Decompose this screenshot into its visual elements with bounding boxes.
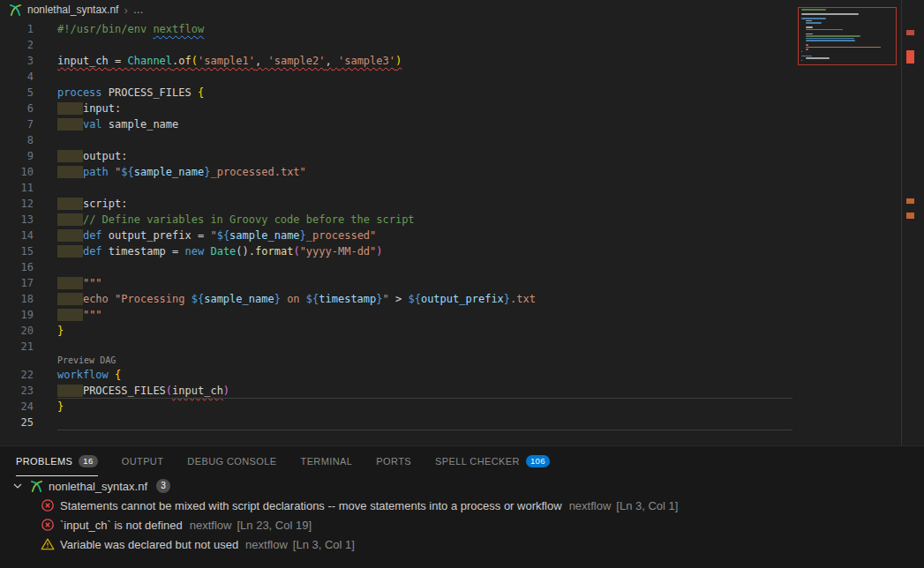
tab-problems[interactable]: PROBLEMS16: [16, 446, 98, 476]
line-number: 10: [0, 164, 34, 180]
minimap-line: [806, 34, 813, 35]
codelens-preview-dag[interactable]: Preview DAG: [57, 355, 924, 367]
line-number: 4: [0, 69, 34, 85]
minimap-line: [806, 35, 860, 37]
tab-label: SPELL CHECKER: [435, 456, 520, 467]
overview-ruler-mark: [906, 50, 914, 64]
line-number: 2: [0, 37, 34, 53]
line-number: 14: [0, 228, 34, 243]
tab-label: DEBUG CONSOLE: [187, 456, 276, 467]
code-line[interactable]: 16: [0, 259, 924, 275]
line-number: 24: [0, 399, 34, 415]
tab-terminal[interactable]: TERMINAL: [301, 446, 353, 476]
line-number: 25: [0, 415, 34, 430]
problems-file-row[interactable]: nonlethal_syntax.nf 3: [0, 476, 924, 496]
tab-label: TERMINAL: [301, 456, 353, 467]
line-number: 15: [0, 243, 34, 259]
overview-ruler-mark: [906, 198, 914, 204]
breadcrumb[interactable]: nonlethal_syntax.nf › …: [0, 0, 924, 19]
line-number: 9: [0, 148, 34, 164]
tab-badge: 106: [526, 455, 550, 467]
problems-count-badge: 3: [156, 479, 170, 493]
line-number: 6: [0, 101, 34, 116]
editor[interactable]: 1#!/usr/bin/env nextflow23input_ch = Cha…: [0, 19, 924, 445]
line-number: 11: [0, 180, 34, 196]
line-number: 7: [0, 116, 34, 132]
line-number: 23: [0, 383, 34, 399]
code-line[interactable]: 17 """: [0, 275, 924, 291]
minimap[interactable]: [797, 5, 899, 71]
overview-ruler-mark: [906, 213, 914, 219]
minimap-line: [806, 40, 855, 41]
tab-output[interactable]: OUTPUT: [122, 446, 164, 476]
code-line[interactable]: 23 PROCESS_FILES(input_ch): [0, 383, 924, 399]
minimap-line: [806, 38, 854, 40]
code-line[interactable]: 1#!/usr/bin/env nextflow: [0, 21, 924, 37]
code-line[interactable]: 19 """: [0, 307, 924, 323]
vscode-window: nonlethal_syntax.nf › … 1#!/usr/bin/env …: [0, 0, 924, 568]
line-number: 3: [0, 53, 34, 69]
tab-label: OUTPUT: [122, 456, 164, 467]
minimap-line: [806, 26, 813, 28]
line-number: 20: [0, 323, 34, 339]
problems-list: Statements cannot be mixed with script d…: [0, 496, 924, 554]
problem-row[interactable]: Statements cannot be mixed with script d…: [0, 496, 924, 515]
breadcrumb-file[interactable]: nonlethal_syntax.nf: [27, 4, 118, 16]
code-line[interactable]: 14 def output_prefix = "${sample_name}_p…: [0, 228, 924, 243]
code-lines: 1#!/usr/bin/env nextflow23input_ch = Cha…: [0, 19, 924, 430]
error-icon: [41, 498, 55, 512]
line-number: 16: [0, 259, 34, 275]
minimap-line: [801, 18, 826, 19]
code-line[interactable]: 24}: [0, 399, 924, 415]
code-line[interactable]: 3input_ch = Channel.of('sample1', 'sampl…: [0, 53, 924, 69]
tab-spell-checker[interactable]: SPELL CHECKER106: [435, 446, 550, 476]
code-line[interactable]: 4: [0, 69, 924, 85]
chevron-down-icon[interactable]: [11, 479, 25, 493]
code-line[interactable]: 5process PROCESS_FILES {: [0, 85, 924, 101]
tab-ports[interactable]: PORTS: [376, 446, 411, 476]
problem-location: [Ln 3, Col 1]: [616, 499, 678, 512]
editor-scrollbar-divider: [901, 0, 902, 445]
minimap-line: [806, 49, 809, 50]
code-line[interactable]: 7 val sample_name: [0, 116, 924, 132]
code-line[interactable]: 13 // Define variables in Groovy code be…: [0, 212, 924, 228]
panel-tabbar: PROBLEMS16OUTPUTDEBUG CONSOLETERMINALPOR…: [0, 446, 924, 476]
code-line[interactable]: 15 def timestamp = new Date().format("yy…: [0, 243, 924, 259]
line-number: 21: [0, 339, 34, 355]
minimap-line: [806, 44, 809, 46]
nextflow-file-icon: [9, 4, 22, 17]
breadcrumb-ellipsis[interactable]: …: [133, 4, 144, 16]
minimap-line: [806, 22, 822, 24]
line-number: 1: [0, 21, 34, 37]
tab-label: PROBLEMS: [16, 456, 72, 467]
line-number: 22: [0, 367, 34, 383]
line-number: 13: [0, 212, 34, 228]
problem-source: nextflow: [190, 519, 232, 532]
problem-row[interactable]: `input_ch` is not definednextflow[Ln 23,…: [0, 515, 924, 534]
code-line[interactable]: 8: [0, 132, 924, 148]
code-line[interactable]: 18 echo "Processing ${sample_name} on ${…: [0, 291, 924, 307]
problem-row[interactable]: Variable was declared but not usednextfl…: [0, 534, 924, 554]
minimap-line: [806, 20, 812, 22]
minimap-line: [801, 13, 859, 15]
minimap-line: [806, 29, 843, 31]
code-line[interactable]: 11: [0, 180, 924, 196]
problem-source: nextflow: [245, 538, 288, 551]
problem-source: nextflow: [569, 499, 612, 512]
line-number: 8: [0, 132, 34, 148]
code-line[interactable]: 10 path "${sample_name}_processed.txt": [0, 164, 924, 180]
code-line[interactable]: 6 input:: [0, 101, 924, 116]
minimap-line: [801, 56, 812, 57]
code-line[interactable]: 12 script:: [0, 196, 924, 212]
line-number: 18: [0, 291, 34, 307]
code-line[interactable]: 22workflow {: [0, 367, 924, 383]
code-line[interactable]: 25: [0, 415, 924, 430]
code-line[interactable]: 21: [0, 339, 924, 355]
code-line[interactable]: 2: [0, 37, 924, 53]
problem-message: Statements cannot be mixed with script d…: [60, 499, 562, 512]
tab-debug-console[interactable]: DEBUG CONSOLE: [187, 446, 276, 476]
code-line[interactable]: 20}: [0, 323, 924, 339]
minimap-line: [806, 47, 881, 49]
code-line[interactable]: 9 output:: [0, 148, 924, 164]
minimap-line: [806, 57, 830, 59]
